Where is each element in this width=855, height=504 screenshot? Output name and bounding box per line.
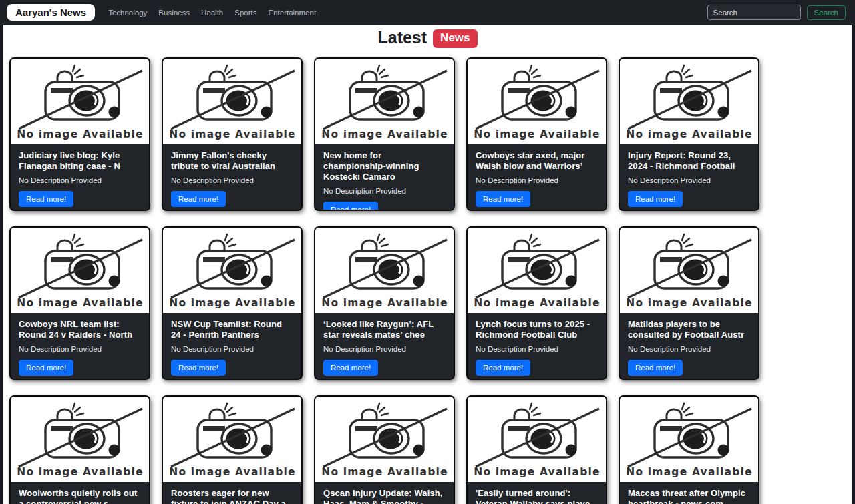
read-more-button[interactable]: Read more!: [323, 202, 378, 211]
no-image-placeholder: No image Available: [315, 228, 454, 313]
news-card: No image Available Woolworths quietly ro…: [9, 395, 150, 504]
article-description: No Description Provided: [171, 345, 293, 353]
news-card: No image Available Cowboys star axed, ma…: [466, 57, 607, 211]
no-image-text: No image Available: [474, 297, 601, 309]
article-description: No Description Provided: [628, 345, 750, 353]
news-card: No image Available Qscan Injury Update: …: [314, 395, 455, 504]
camera-icon: No image Available: [623, 231, 756, 310]
card-body: NSW Cup Teamlist: Round 24 - Penrith Pan…: [163, 313, 301, 376]
article-description: No Description Provided: [19, 345, 141, 353]
no-image-text: No image Available: [321, 466, 448, 478]
article-description: No Description Provided: [19, 176, 141, 184]
card-body: Woolworths quietly rolls out a controver…: [11, 482, 149, 504]
article-title: New home for championship-winning Kostec…: [323, 150, 446, 182]
camera-icon: No image Available: [13, 62, 147, 141]
search-button[interactable]: Search: [807, 5, 846, 20]
no-image-placeholder: No image Available: [468, 59, 606, 144]
read-more-button[interactable]: Read more!: [323, 360, 378, 376]
nav-links: Technology Business Health Sports Entert…: [108, 9, 316, 17]
card-body: Matildas players to be consulted by Foot…: [620, 313, 758, 376]
news-card: No image Available Judiciary live blog: …: [9, 57, 150, 211]
card-body: ‘Looked like Raygun’: AFL star reveals m…: [315, 313, 454, 376]
no-image-text: No image Available: [17, 466, 144, 478]
no-image-placeholder: No image Available: [11, 397, 149, 482]
no-image-text: No image Available: [626, 297, 753, 309]
article-title: Judiciary live blog: Kyle Flanagan bitin…: [19, 150, 141, 172]
no-image-text: No image Available: [626, 128, 753, 140]
read-more-button[interactable]: Read more!: [628, 360, 683, 376]
navbar: Aaryan's News Technology Business Health…: [0, 0, 855, 25]
read-more-button[interactable]: Read more!: [476, 191, 530, 207]
card-body: Cowboys star axed, major Walsh blow and …: [468, 144, 606, 207]
article-title: ‘Looked like Raygun’: AFL star reveals m…: [323, 319, 446, 340]
nav-link-health[interactable]: Health: [201, 9, 223, 17]
news-card: No image Available Injury Report: Round …: [619, 57, 759, 211]
no-image-placeholder: No image Available: [468, 228, 606, 313]
nav-link-business[interactable]: Business: [158, 9, 190, 17]
article-title: Qscan Injury Update: Walsh, Haas, Mam & …: [323, 488, 446, 504]
article-title: NSW Cup Teamlist: Round 24 - Penrith Pan…: [171, 319, 293, 340]
no-image-placeholder: No image Available: [163, 59, 301, 144]
no-image-text: No image Available: [169, 466, 296, 478]
news-card: No image Available NSW Cup Teamlist: Rou…: [162, 226, 303, 380]
article-description: No Description Provided: [476, 345, 598, 353]
read-more-button[interactable]: Read more!: [19, 360, 73, 376]
read-more-button[interactable]: Read more!: [476, 360, 530, 376]
search-input[interactable]: [707, 5, 801, 20]
nav-link-technology[interactable]: Technology: [108, 9, 147, 17]
article-description: No Description Provided: [323, 345, 446, 353]
no-image-text: No image Available: [17, 297, 144, 309]
page-title: LatestNews: [3, 25, 852, 50]
article-title: Jimmy Fallon's cheeky tribute to viral A…: [171, 150, 293, 172]
no-image-text: No image Available: [474, 128, 601, 140]
card-body: Maccas threat after Olympic heartbreak -…: [620, 482, 758, 504]
card-body: Cowboys NRL team list: Round 24 v Raider…: [11, 313, 149, 376]
article-description: No Description Provided: [323, 187, 446, 195]
camera-icon: No image Available: [470, 400, 604, 479]
no-image-placeholder: No image Available: [315, 59, 454, 144]
article-title: Matildas players to be consulted by Foot…: [628, 319, 750, 340]
no-image-placeholder: No image Available: [163, 228, 301, 313]
card-body: Judiciary live blog: Kyle Flanagan bitin…: [11, 144, 149, 207]
read-more-button[interactable]: Read more!: [628, 191, 683, 207]
news-card: No image Available Maccas threat after O…: [619, 395, 759, 504]
news-card: No image Available New home for champion…: [314, 57, 455, 211]
no-image-text: No image Available: [626, 466, 753, 478]
camera-icon: No image Available: [623, 400, 756, 479]
nav-link-sports[interactable]: Sports: [234, 9, 256, 17]
article-description: No Description Provided: [476, 176, 598, 184]
article-description: No Description Provided: [628, 176, 750, 184]
nav-link-entertainment[interactable]: Entertainment: [268, 9, 316, 17]
page-title-text: Latest: [377, 28, 427, 47]
cards-grid: No image Available Judiciary live blog: …: [3, 50, 852, 504]
news-card: No image Available Lynch focus turns to …: [466, 226, 607, 380]
camera-icon: No image Available: [166, 400, 299, 479]
main-content: LatestNews: [3, 25, 852, 504]
article-title: Cowboys star axed, major Walsh blow and …: [476, 150, 598, 172]
news-card: No image Available Cowboys NRL team list…: [9, 226, 150, 380]
camera-icon: No image Available: [318, 400, 452, 479]
card-body: Qscan Injury Update: Walsh, Haas, Mam & …: [315, 482, 454, 504]
no-image-text: No image Available: [169, 297, 296, 309]
no-image-placeholder: No image Available: [620, 228, 758, 313]
article-title: Maccas threat after Olympic heartbreak -…: [628, 488, 750, 504]
article-title: 'Easily turned around': Veteran Wallaby …: [476, 488, 598, 504]
camera-icon: No image Available: [623, 62, 756, 141]
brand-logo[interactable]: Aaryan's News: [7, 4, 95, 21]
no-image-placeholder: No image Available: [620, 59, 758, 144]
camera-icon: No image Available: [318, 231, 452, 310]
camera-icon: No image Available: [470, 62, 604, 141]
read-more-button[interactable]: Read more!: [171, 360, 226, 376]
search-zone: Search: [707, 5, 848, 20]
news-card: No image Available 'Easily turned around…: [466, 395, 607, 504]
camera-icon: No image Available: [13, 231, 147, 310]
card-body: 'Easily turned around': Veteran Wallaby …: [468, 482, 606, 504]
no-image-text: No image Available: [321, 128, 448, 140]
read-more-button[interactable]: Read more!: [171, 191, 226, 207]
news-badge: News: [433, 29, 477, 48]
news-card: No image Available Roosters eager for ne…: [162, 395, 303, 504]
read-more-button[interactable]: Read more!: [19, 191, 73, 207]
no-image-text: No image Available: [321, 297, 448, 309]
card-body: Jimmy Fallon's cheeky tribute to viral A…: [163, 144, 301, 207]
card-body: New home for championship-winning Kostec…: [315, 144, 454, 211]
